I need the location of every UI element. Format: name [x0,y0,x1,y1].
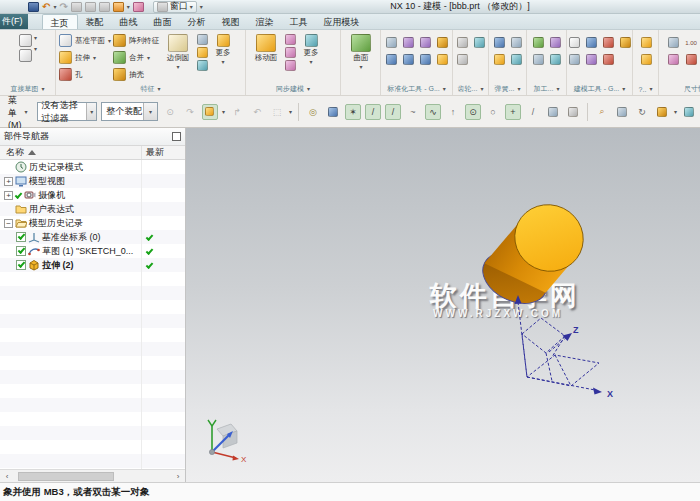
sync-extra-3-icon[interactable] [285,60,296,71]
highlight-related-icon[interactable] [202,104,218,120]
feature-more-button[interactable]: 更多 ▾ [210,33,236,65]
fit-view-icon[interactable] [614,104,630,120]
select-menu-icon[interactable]: ↷ [182,104,198,120]
machining-tool-3-icon[interactable] [533,54,544,65]
sketch-more-1-icon[interactable]: ▾ [34,35,37,41]
tree-item-cameras[interactable]: + 摄像机 [0,188,185,202]
spring-tool-1-icon[interactable] [494,37,505,48]
refresh-view-icon[interactable]: ↻ [634,104,650,120]
panel-float-button[interactable] [172,132,181,141]
snap-midpoint-icon[interactable]: / [385,104,401,120]
std-tool-3-icon[interactable] [420,37,431,48]
snap-point-on-curve-icon[interactable]: / [525,104,541,120]
unite-button[interactable]: 合并▾ [113,50,159,65]
dim-tool-2-icon[interactable] [668,54,679,65]
selection-scope-dropdown[interactable]: 整个装配 ▾ [101,102,158,121]
tree-item-sketch[interactable]: 草图 (1) "SKETCH_0... [0,244,185,258]
sketch-curve-icon[interactable] [19,34,32,47]
previous-selection-icon[interactable]: ↶ [249,104,265,120]
checkbox[interactable] [16,246,26,256]
column-latest[interactable]: 最新 [141,146,185,159]
modeling-tool-4-icon[interactable] [620,37,631,48]
group-label-spring[interactable]: 弹簧...▾ [489,83,526,95]
scrollbar-thumb[interactable] [18,472,114,481]
tab-view[interactable]: 视图 [214,14,248,29]
spring-tool-4-icon[interactable] [511,54,522,65]
highlight-dropdown-icon[interactable]: ▾ [222,109,225,115]
snap-control-point-icon[interactable]: ~ [405,104,421,120]
group-label-machining[interactable]: 加工...▾ [527,83,566,95]
modeling-tool-7-icon[interactable] [603,54,614,65]
gear-tool-1-icon[interactable] [457,37,468,48]
checkbox[interactable] [16,260,26,270]
expand-icon[interactable]: + [4,177,13,186]
feature-extra-1-icon[interactable] [197,34,208,45]
spring-tool-2-icon[interactable] [511,37,522,48]
snap-sheet-icon[interactable] [565,104,581,120]
move-up-icon[interactable]: ↱ [229,104,245,120]
modeling-tool-5-icon[interactable] [569,54,580,65]
navigator-hscrollbar[interactable]: ‹ › [0,469,185,482]
sync-extra-2-icon[interactable] [285,47,296,58]
tree-item-user-expressions[interactable]: 用户表达式 [0,202,185,216]
snap-pole-icon[interactable]: ↑ [445,104,461,120]
tree-item-datum-csys[interactable]: 基准坐标系 (0) [0,230,185,244]
group-label-sync[interactable]: 同步建模▾ [246,83,340,95]
tab-application[interactable]: 应用模块 [316,14,368,29]
snap-intersection-icon[interactable]: + [505,104,521,120]
std-tool-1-icon[interactable] [386,37,397,48]
tree-item-history-mode[interactable]: 历史记录模式 [0,160,185,174]
group-label-modeling-tools[interactable]: 建模工具 - G...▾ [567,83,632,95]
extrude-button[interactable]: 拉伸▾ [59,50,111,65]
machining-tool-2-icon[interactable] [550,37,561,48]
sync-extra-1-icon[interactable] [285,34,296,45]
tab-analysis[interactable]: 分析 [180,14,214,29]
dim-tool-3-icon[interactable] [686,54,697,65]
snap-arc-center-icon[interactable]: ⊙ [465,104,481,120]
move-face-button[interactable]: 移动面 [249,33,283,63]
expand-icon[interactable]: + [4,191,13,200]
shaded-cube-icon[interactable] [325,104,341,120]
globe-view-icon[interactable] [681,104,697,120]
sketch-wireframe[interactable] [518,302,599,390]
edge-blend-button[interactable]: 边倒圆 ▾ [161,33,195,70]
modeling-tool-3-icon[interactable] [603,37,614,48]
datum-plane-button[interactable]: 基准平面▾ [59,33,111,48]
pattern-feature-button[interactable]: 阵列特征 [113,33,159,48]
tab-curve[interactable]: 曲线 [112,14,146,29]
snap-spline-point-icon[interactable]: ∿ [425,104,441,120]
menu-button[interactable]: 菜单(M)▾ [3,92,33,132]
gear-tool-2-icon[interactable] [474,37,485,48]
feature-extra-2-icon[interactable] [197,47,208,58]
snap-point-enable-icon[interactable]: ✶ [345,104,361,120]
tree-item-model-views[interactable]: + 模型视图 [0,174,185,188]
snap-endpoint-icon[interactable]: / [365,104,381,120]
find-in-assembly-icon[interactable]: ⊙ [162,104,178,120]
machining-tool-4-icon[interactable] [550,54,561,65]
shell-button[interactable]: 抽壳 [113,67,159,82]
std-tool-2-icon[interactable] [403,37,414,48]
std-tool-4-icon[interactable] [437,37,448,48]
sketch-rectangle-icon[interactable] [19,49,32,62]
graphics-viewport[interactable]: 软件自学网 WWW.RJZXW.COM [186,128,700,482]
collapse-icon[interactable]: − [4,219,13,228]
std-tool-8-icon[interactable] [437,54,448,65]
rect-select-icon[interactable]: ⬚ [269,104,285,120]
gear-tool-3-icon[interactable] [457,54,468,65]
sketch-more-2-icon[interactable]: ▾ [34,46,37,52]
snap-quadrant-icon[interactable]: ○ [485,104,501,120]
zoom-window-icon[interactable]: ⌕ [594,104,610,120]
scrollbar-track[interactable] [12,472,173,481]
checkbox[interactable] [16,232,26,242]
tree-item-extrude[interactable]: 拉伸 (2) [0,258,185,272]
dim-tool-1-icon[interactable] [668,37,679,48]
modeling-tool-2-icon[interactable] [586,37,597,48]
sync-more-button[interactable]: 更多 ▾ [298,33,324,65]
hole-button[interactable]: 孔 [59,67,111,82]
cylinder-solid[interactable] [474,193,594,313]
group-label-gear[interactable]: 齿轮...▾ [453,83,488,95]
modeling-tool-1-icon[interactable] [569,37,580,48]
group-label-dimension[interactable]: 尺寸快速 [659,83,700,95]
tab-tools[interactable]: 工具 [282,14,316,29]
std-tool-5-icon[interactable] [386,54,397,65]
